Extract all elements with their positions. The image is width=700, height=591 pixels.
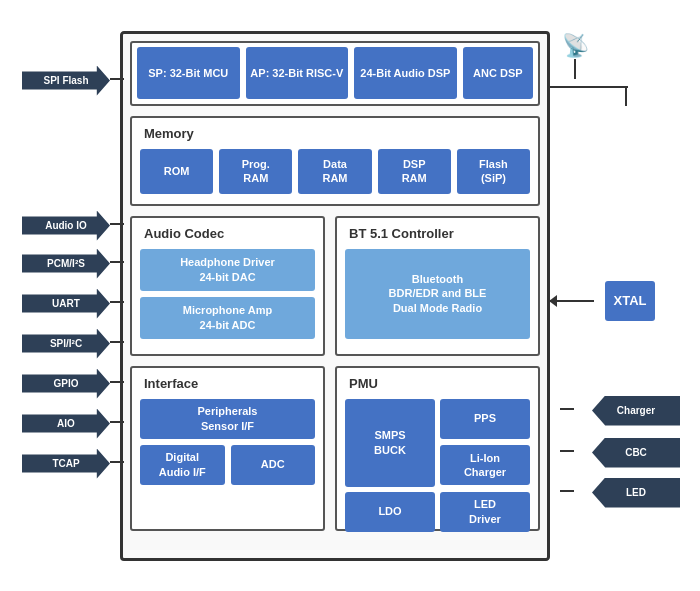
- antenna: 📡: [555, 33, 595, 88]
- audio-codec-section: Audio Codec Headphone Driver24-bit DAC M…: [130, 216, 325, 356]
- charger-arrow: Charger: [592, 396, 680, 426]
- rom-box: ROM: [140, 149, 213, 194]
- antenna-waves: 📡: [562, 33, 589, 59]
- gpio-label: GPIO: [22, 369, 110, 399]
- ldo-box: LDO: [345, 492, 435, 532]
- audio-codec-title: Audio Codec: [140, 224, 315, 243]
- bt-section: BT 5.1 Controller BluetoothBDR/EDR and B…: [335, 216, 540, 356]
- top-processor-row: SP: 32-Bit MCU AP: 32-Bit RISC-V 24-Bit …: [130, 41, 540, 106]
- interface-boxes: PeripheralsSensor I/F DigitalAudio I/F A…: [140, 399, 315, 485]
- aio-line: [110, 421, 124, 423]
- ap-riscv-box: AP: 32-Bit RISC-V: [246, 47, 349, 99]
- charger-label: Charger: [592, 396, 680, 426]
- flash-box: Flash(SiP): [457, 149, 530, 194]
- cbc-arrow: CBC: [592, 438, 680, 468]
- interface-title: Interface: [140, 374, 315, 393]
- dsp-ram-box: DSPRAM: [378, 149, 451, 194]
- headphone-driver-box: Headphone Driver24-bit DAC: [140, 249, 315, 291]
- aio-label: AIO: [22, 409, 110, 439]
- tcap-line: [110, 461, 124, 463]
- cbc-label: CBC: [592, 438, 680, 468]
- antenna-connector-line: [550, 86, 628, 88]
- sp-mcu-box: SP: 32-Bit MCU: [137, 47, 240, 99]
- audio-io-arrow: Audio IO: [22, 211, 110, 241]
- pmu-title: PMU: [345, 374, 530, 393]
- tcap-arrow: TCAP: [22, 449, 110, 479]
- pcm-line: [110, 261, 124, 263]
- cbc-line: [560, 450, 574, 452]
- adc-box: ADC: [231, 445, 316, 485]
- data-ram-box: DataRAM: [298, 149, 371, 194]
- xtal-arrow: [549, 295, 557, 307]
- li-ion-charger-box: Li-IonCharger: [440, 445, 530, 485]
- pmu-section: PMU SMPSBUCK PPS Li-IonCharger LDO LEDDr…: [335, 366, 540, 531]
- prog-ram-box: Prog.RAM: [219, 149, 292, 194]
- pps-box: PPS: [440, 399, 530, 439]
- block-diagram: 📡 SP: 32-Bit MCU AP: 32-Bit RISC-V 24-Bi…: [10, 11, 690, 581]
- tcap-label: TCAP: [22, 449, 110, 479]
- led-driver-box: LEDDriver: [440, 492, 530, 532]
- uart-label: UART: [22, 289, 110, 319]
- peripherals-sensor-box: PeripheralsSensor I/F: [140, 399, 315, 439]
- aio-arrow: AIO: [22, 409, 110, 439]
- digital-audio-box: DigitalAudio I/F: [140, 445, 225, 485]
- smps-buck-box: SMPSBUCK: [345, 399, 435, 487]
- led-label: LED: [592, 478, 680, 508]
- spi-i2c-arrow: SPI/I²C: [22, 329, 110, 359]
- antenna-line: [574, 59, 576, 79]
- spi-flash-arrow: SPI Flash: [22, 66, 110, 96]
- audio-io-label: Audio IO: [22, 211, 110, 241]
- gpio-line: [110, 381, 124, 383]
- led-arrow: LED: [592, 478, 680, 508]
- interface-section: Interface PeripheralsSensor I/F DigitalA…: [130, 366, 325, 531]
- pcm-arrow: PCM/I²S: [22, 249, 110, 279]
- uart-arrow: UART: [22, 289, 110, 319]
- pmu-grid: SMPSBUCK PPS Li-IonCharger LDO LEDDriver: [345, 399, 530, 532]
- bt-title: BT 5.1 Controller: [345, 224, 530, 243]
- spi-i2c-label: SPI/I²C: [22, 329, 110, 359]
- charger-line: [560, 408, 574, 410]
- bt-radio-box: BluetoothBDR/EDR and BLEDual Mode Radio: [345, 249, 530, 339]
- audio-codec-boxes: Headphone Driver24-bit DAC Microphone Am…: [140, 249, 315, 339]
- antenna-vertical-line: [625, 86, 627, 106]
- memory-title: Memory: [140, 124, 530, 143]
- spi-flash-label: SPI Flash: [22, 66, 110, 96]
- anc-dsp-box: ANC DSP: [463, 47, 533, 99]
- interface-bottom-row: DigitalAudio I/F ADC: [140, 445, 315, 485]
- led-line: [560, 490, 574, 492]
- uart-line: [110, 301, 124, 303]
- spi-i2c-line: [110, 341, 124, 343]
- audio-dsp-box: 24-Bit Audio DSP: [354, 47, 457, 99]
- audio-io-line: [110, 223, 124, 225]
- microphone-amp-box: Microphone Amp24-bit ADC: [140, 297, 315, 339]
- gpio-arrow: GPIO: [22, 369, 110, 399]
- pcm-label: PCM/I²S: [22, 249, 110, 279]
- memory-section: Memory ROM Prog.RAM DataRAM DSPRAM Flash…: [130, 116, 540, 206]
- memory-boxes: ROM Prog.RAM DataRAM DSPRAM Flash(SiP): [140, 149, 530, 194]
- spi-flash-line: [110, 78, 124, 80]
- xtal-box: XTAL: [605, 281, 655, 321]
